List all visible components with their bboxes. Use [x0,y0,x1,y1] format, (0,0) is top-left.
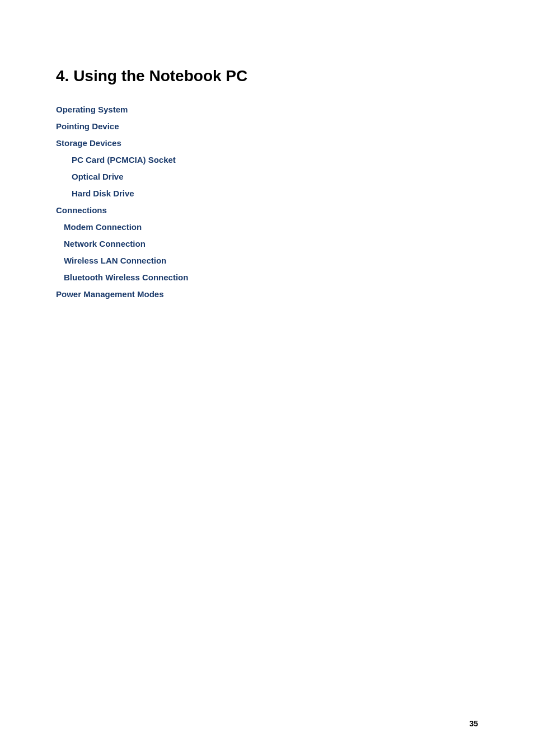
toc-item-6[interactable]: Connections [56,204,478,217]
toc-item-2[interactable]: Storage Devices [56,137,478,150]
toc-item-0[interactable]: Operating System [56,103,478,116]
page-number: 35 [469,719,478,728]
toc-item-9[interactable]: Wireless LAN Connection [56,254,478,267]
toc-item-5[interactable]: Hard Disk Drive [56,187,478,200]
toc-list: Operating SystemPointing DeviceStorage D… [56,103,478,301]
toc-item-7[interactable]: Modem Connection [56,220,478,234]
chapter-title: 4. Using the Notebook PC [56,67,478,85]
toc-item-1[interactable]: Pointing Device [56,120,478,133]
toc-item-8[interactable]: Network Connection [56,237,478,251]
page-container: 4. Using the Notebook PC Operating Syste… [0,0,534,756]
toc-item-4[interactable]: Optical Drive [56,170,478,184]
toc-item-10[interactable]: Bluetooth Wireless Connection [56,271,478,284]
toc-item-11[interactable]: Power Management Modes [56,288,478,301]
toc-item-3[interactable]: PC Card (PCMCIA) Socket [56,153,478,167]
